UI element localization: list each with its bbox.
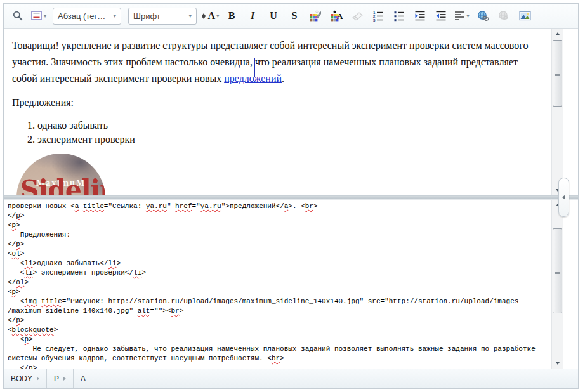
align-left-icon: [454, 11, 465, 21]
bold-icon: B: [228, 11, 235, 21]
link-button[interactable]: [473, 7, 493, 25]
remove-format-button[interactable]: [347, 7, 367, 25]
paragraph-format-select[interactable]: Абзац (тег… ▾: [53, 8, 121, 25]
highlight-color-button[interactable]: [305, 7, 325, 25]
align-button[interactable]: ▾: [452, 7, 472, 25]
font-color-icon: A: [331, 10, 343, 22]
element-path-bar: BODY P A: [4, 369, 578, 388]
svg-text:3: 3: [373, 18, 376, 22]
unlink-button[interactable]: [494, 7, 514, 25]
link-icon: [477, 10, 489, 22]
wysiwyg-content[interactable]: Товарищи! укрепление и развитие структур…: [4, 29, 578, 195]
path-item-body[interactable]: BODY: [4, 369, 47, 388]
splitter-handle[interactable]: [558, 178, 569, 217]
underline-button[interactable]: U: [263, 7, 284, 25]
collapse-arrow-icon: [562, 195, 565, 200]
indent-icon: [414, 10, 426, 22]
content-image[interactable]: MaximuM Sideline: [16, 154, 105, 195]
wysiwyg-scrollbar[interactable]: [551, 29, 563, 195]
font-select-value: Шрифт: [133, 11, 161, 21]
font-size-button[interactable]: A ▾: [200, 7, 221, 25]
ordered-list-button[interactable]: 1 2 3: [368, 7, 388, 25]
paragraph-2: Предложения:: [12, 95, 532, 111]
strikethrough-icon: S: [292, 11, 298, 21]
chevron-down-icon: ▾: [188, 13, 192, 19]
outdent-button[interactable]: [431, 7, 451, 25]
search-icon: [12, 10, 23, 22]
chevron-down-icon: ▾: [466, 13, 470, 19]
paragraph-1: Товарищи! укрепление и развитие структур…: [12, 37, 532, 87]
strikethrough-button[interactable]: S: [284, 7, 305, 25]
ordered-list: однако забывать эксперимент проверки: [12, 119, 532, 146]
scrollbar-thumb[interactable]: [553, 40, 562, 107]
path-label: A: [81, 374, 86, 383]
image-icon: [519, 11, 531, 21]
chevron-down-icon: ▾: [113, 13, 116, 19]
font-size-letter: A: [207, 11, 215, 21]
search-button[interactable]: [8, 7, 28, 25]
indent-button[interactable]: [410, 7, 430, 25]
insert-image-button[interactable]: [515, 7, 535, 25]
path-item-a[interactable]: A: [74, 369, 93, 388]
chevron-right-icon: [37, 377, 39, 381]
unlink-icon: [498, 10, 510, 22]
font-select[interactable]: Шрифт ▾: [128, 8, 197, 25]
bullet-list-icon: [393, 10, 405, 22]
ordered-list-icon: 1 2 3: [372, 10, 384, 22]
scrollbar-thumb[interactable]: [553, 228, 562, 313]
path-item-p[interactable]: P: [47, 369, 74, 388]
scroll-down-arrow-icon[interactable]: [552, 359, 563, 368]
path-label: P: [54, 374, 59, 383]
chevron-right-icon: [63, 377, 66, 381]
list-item: однако забывать: [37, 119, 532, 132]
toolbar: ▾ Абзац (тег… ▾ Шрифт ▾ A ▾ B I U S: [4, 4, 578, 29]
highlight-color-icon: [310, 10, 321, 22]
path-label: BODY: [11, 374, 32, 383]
underline-icon: U: [270, 11, 277, 21]
outdent-icon: [435, 10, 447, 22]
italic-button[interactable]: I: [242, 7, 263, 25]
text-cursor: [254, 58, 255, 77]
image-caption-main: Sideline: [20, 181, 105, 195]
source-code[interactable]: проверки новых <a title="Ссылка: ya.ru" …: [4, 200, 578, 369]
source-scrollbar[interactable]: [551, 200, 563, 369]
paragraph-1-tail: .: [282, 73, 284, 84]
font-color-button[interactable]: A: [326, 7, 346, 25]
chevron-down-icon: ▾: [44, 13, 47, 19]
split-view-icon: [31, 11, 43, 21]
wysiwyg-pane[interactable]: Товарищи! укрепление и развитие структур…: [4, 29, 578, 195]
unordered-list-button[interactable]: [389, 7, 409, 25]
eraser-icon: [352, 11, 364, 21]
view-mode-button[interactable]: ▾: [29, 7, 49, 25]
scroll-up-arrow-icon[interactable]: [552, 29, 563, 38]
html-editor: ▾ Абзац (тег… ▾ Шрифт ▾ A ▾ B I U S: [3, 3, 579, 389]
chevron-down-icon: ▾: [216, 13, 220, 19]
text-link[interactable]: предложений: [224, 73, 282, 84]
paragraph-format-value: Абзац (тег…: [58, 11, 105, 21]
bold-button[interactable]: B: [221, 7, 242, 25]
paragraph-image: MaximuM Sideline: [12, 154, 532, 195]
source-pane[interactable]: проверки новых <a title="Ссылка: ya.ru" …: [4, 199, 578, 369]
italic-icon: I: [251, 11, 254, 21]
svg-text:A: A: [337, 11, 343, 21]
list-item: эксперимент проверки: [37, 133, 532, 146]
font-size-arrows-icon: [202, 13, 206, 19]
